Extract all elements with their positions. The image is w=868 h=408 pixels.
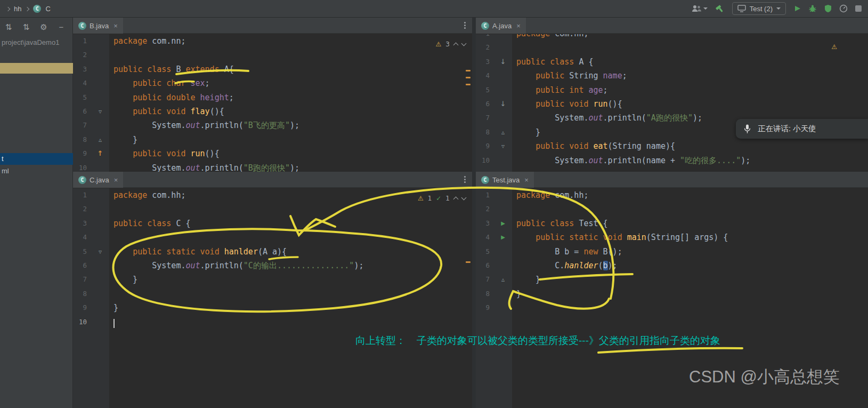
code-line[interactable]: 9▿ public void eat(String name){ — [476, 139, 868, 153]
line-number[interactable]: 3 — [73, 62, 91, 76]
editor-a-java[interactable]: 1package com.nn;23↓public class A {4 pub… — [476, 34, 868, 172]
code-line[interactable]: 5▿ public static void hanlder(A a){ — [73, 245, 472, 259]
code-line[interactable]: 1package com.hh; — [73, 188, 472, 202]
code-line[interactable]: 10 System.out.println(name + "吃的很多....")… — [476, 154, 868, 167]
code-line[interactable]: 6▿ public void flay(){ — [73, 105, 472, 118]
run-configuration-select[interactable]: Test (2) — [732, 2, 786, 15]
tab-options-icon[interactable] — [464, 25, 466, 26]
line-number[interactable]: 4 — [476, 69, 494, 83]
expand-all-icon[interactable] — [4, 22, 13, 32]
code-line[interactable]: 9↑ public void run(){ — [73, 147, 472, 161]
error-stripe-mark[interactable] — [466, 261, 470, 263]
line-number[interactable]: 9 — [73, 147, 91, 161]
code-line[interactable]: 4 public char sex; — [73, 76, 472, 90]
build-button[interactable] — [715, 4, 725, 13]
error-stripe-mark[interactable] — [466, 84, 470, 85]
project-root-path[interactable]: project\javaDemo1 — [0, 38, 73, 46]
run-gutter-icon[interactable]: ▶ — [494, 217, 512, 230]
stop-button[interactable] — [855, 5, 862, 12]
code-line[interactable]: 8 — [73, 287, 472, 301]
code-line[interactable]: 2 — [73, 202, 472, 216]
breadcrumb-package[interactable]: hh — [14, 5, 21, 13]
tab-c-java[interactable]: C C.java — [73, 172, 123, 188]
warning-icon[interactable] — [831, 42, 837, 51]
code-line[interactable]: 4 public String name; — [476, 69, 868, 83]
line-number[interactable]: 4 — [73, 76, 91, 90]
code-line[interactable]: 6 C.hanlder(b); — [476, 259, 868, 273]
line-number[interactable]: 2 — [73, 48, 91, 62]
line-number[interactable]: 7 — [476, 111, 494, 125]
coverage-button[interactable] — [824, 4, 832, 13]
code-line[interactable]: 3▶public class Test { — [476, 217, 868, 230]
code-line[interactable]: 6 System.out.println("C的输出..............… — [73, 259, 472, 273]
line-number[interactable]: 6 — [73, 259, 91, 273]
impl-gutter-icon[interactable]: ↓ — [494, 97, 512, 111]
code-line[interactable]: 1package com.nn; — [73, 34, 472, 48]
line-number[interactable]: 8 — [73, 133, 91, 147]
code-line[interactable]: 10 System.out.println("B跑的很快"); — [73, 161, 472, 172]
line-number[interactable]: 6 — [476, 97, 494, 111]
code-line[interactable]: 2 — [73, 48, 472, 62]
gear-icon[interactable] — [39, 22, 48, 32]
line-number[interactable]: 10 — [73, 315, 91, 329]
next-issue-icon[interactable] — [461, 195, 467, 201]
line-number[interactable]: 4 — [73, 230, 91, 244]
project-tree-highlighted-row[interactable] — [0, 63, 73, 74]
line-number[interactable]: 1 — [476, 34, 494, 41]
inspections-widget[interactable]: 1 1 — [418, 195, 466, 202]
fold-up-gutter-icon[interactable]: ▵ — [494, 125, 512, 139]
hide-panel-icon[interactable] — [57, 22, 66, 32]
prev-issue-icon[interactable] — [453, 43, 459, 48]
profiler-button[interactable] — [839, 4, 848, 13]
fold-down-gutter-icon[interactable]: ▿ — [494, 139, 512, 153]
code-line[interactable]: 2 — [476, 202, 868, 216]
line-number[interactable]: 1 — [476, 188, 494, 202]
line-number[interactable]: 6 — [476, 259, 494, 273]
line-number[interactable]: 9 — [73, 301, 91, 315]
impl-gutter-icon[interactable]: ↓ — [494, 55, 512, 69]
code-line[interactable]: 10 — [73, 315, 472, 329]
run-gutter-icon[interactable]: ▶ — [494, 230, 512, 244]
line-number[interactable]: 3 — [73, 217, 91, 230]
tab-options-icon[interactable] — [464, 179, 466, 180]
fold-up-gutter-icon[interactable]: ▵ — [91, 133, 109, 147]
line-number[interactable]: 5 — [73, 245, 91, 259]
line-number[interactable]: 8 — [476, 287, 494, 301]
tab-a-java[interactable]: C A.java — [476, 18, 526, 34]
code-line[interactable]: 6↓ public void run(){ — [476, 97, 868, 111]
debug-button[interactable] — [808, 4, 817, 13]
close-tab-icon[interactable] — [113, 22, 118, 30]
line-number[interactable]: 1 — [73, 188, 91, 202]
split-divider[interactable] — [472, 18, 476, 408]
code-line[interactable]: 5 B b = new B(); — [476, 245, 868, 259]
fold-up-gutter-icon[interactable]: ▵ — [494, 273, 512, 286]
line-number[interactable]: 8 — [73, 287, 91, 301]
code-line[interactable]: 4 — [73, 230, 472, 244]
run-button[interactable] — [793, 5, 801, 12]
breadcrumb-class[interactable]: C — [45, 5, 50, 13]
line-number[interactable]: 4 — [476, 230, 494, 244]
code-line[interactable]: 1package com.hh; — [476, 188, 868, 202]
code-line[interactable]: 5 public double height; — [73, 91, 472, 105]
code-line[interactable]: 9} — [73, 301, 472, 315]
line-number[interactable]: 9 — [476, 139, 494, 153]
close-tab-icon[interactable] — [516, 22, 521, 30]
fold-down-gutter-icon[interactable]: ▿ — [91, 105, 109, 118]
line-number[interactable]: 3 — [476, 55, 494, 69]
line-number[interactable]: 1 — [73, 34, 91, 48]
prev-issue-icon[interactable] — [453, 197, 459, 202]
code-line[interactable]: 9 — [476, 301, 868, 315]
line-number[interactable]: 7 — [73, 273, 91, 286]
line-number[interactable]: 6 — [73, 105, 91, 118]
code-line[interactable]: 7 } — [73, 273, 472, 286]
code-line[interactable]: 2 — [476, 41, 868, 54]
next-issue-icon[interactable] — [461, 41, 467, 46]
code-line[interactable]: 4▶ public static void main(String[] args… — [476, 230, 868, 244]
close-tab-icon[interactable] — [114, 176, 118, 184]
code-line[interactable]: 8▵ } — [73, 133, 472, 147]
collapse-all-icon[interactable] — [22, 22, 30, 32]
fold-down-gutter-icon[interactable]: ▿ — [91, 245, 109, 259]
line-number[interactable]: 10 — [73, 161, 91, 172]
line-number[interactable]: 8 — [476, 125, 494, 139]
editor-c-java[interactable]: 1package com.hh;23public class C {45▿ pu… — [73, 188, 472, 408]
